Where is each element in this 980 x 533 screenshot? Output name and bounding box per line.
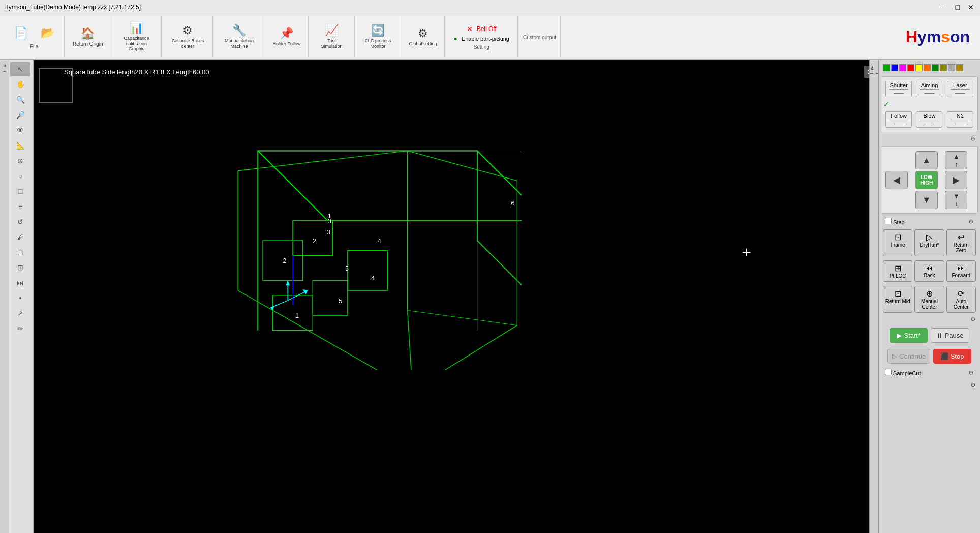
palette-color-magenta[interactable] — [899, 64, 906, 71]
back-button[interactable]: ⏮ Back — [914, 260, 944, 282]
window-title: Hymson_Tube(Demo Mode) temp.zzx [7.21.17… — [4, 4, 141, 11]
palette-color-green[interactable] — [883, 64, 890, 71]
palette-color-red[interactable] — [907, 64, 914, 71]
layer-panel: Layer — [869, 60, 878, 533]
move-down-right-button[interactable]: ▼↕ — [945, 191, 967, 209]
shutter-label: Shutter — [890, 82, 907, 88]
laser-button[interactable]: Laser —— — [947, 81, 973, 97]
manual-debug-button[interactable]: 🔧 Manual debug Machine — [218, 22, 260, 51]
sample-cut-checkbox[interactable] — [885, 369, 892, 375]
forward-button[interactable]: ⏭ Forward — [946, 260, 976, 282]
pt-loc-button[interactable]: ⊞ Pt LOC — [883, 260, 912, 282]
return-mid-button[interactable]: ⊡ Return Mid — [883, 286, 912, 313]
layers-button[interactable]: ≡ — [10, 199, 30, 214]
palette-color-orange[interactable] — [924, 64, 931, 71]
laser-gear-icon[interactable]: ⚙ — [970, 135, 976, 142]
select2-button[interactable]: ◻ — [10, 245, 30, 259]
crosshair-indicator: + — [742, 243, 751, 262]
plc-process-button[interactable]: 🔄 PLC process Monitor — [360, 22, 396, 51]
close-button[interactable]: ✕ — [966, 3, 976, 11]
n2-label: N2 — [957, 113, 964, 119]
calibrate-b-button[interactable]: ⚙ Calibrate B-axis center — [167, 22, 208, 51]
step-gear-icon[interactable]: ⚙ — [968, 218, 974, 225]
select-tool-button[interactable]: ↖ — [10, 62, 30, 76]
move-tool-button[interactable]: ✋ — [10, 77, 30, 92]
fill-button[interactable]: 🖌 — [10, 230, 30, 244]
palette-color-yellow[interactable] — [915, 64, 923, 71]
continue-button[interactable]: ▷ Continue — [887, 349, 930, 364]
tool-simulation-group: 📈 Tool Simulation — [310, 16, 355, 57]
layer-label: Layer — [869, 60, 879, 78]
start-icon: ▶ — [897, 332, 902, 339]
canvas-area[interactable]: Square tube Side length20 X R1.8 X Lengt… — [34, 60, 878, 533]
step-btn[interactable]: ⊞ — [10, 260, 30, 275]
return-zero-button[interactable]: ↩ Return Zero — [946, 229, 976, 256]
palette-color-darkgreen[interactable] — [932, 64, 939, 71]
sample-cut-row: SampleCut ⚙ — [881, 368, 978, 377]
low-high-toggle[interactable]: LOWHIGH — [915, 171, 938, 189]
circle-tool-button[interactable]: ○ — [10, 169, 30, 183]
move-right-button[interactable]: ▶ — [945, 171, 967, 189]
aiming-button[interactable]: Aiming —— — [916, 81, 942, 97]
manual-center-button[interactable]: ⊕ Manual Center — [914, 286, 944, 313]
zoom-tool-button[interactable]: 🔍 — [10, 93, 30, 107]
eye-tool-button[interactable]: 👁 — [10, 123, 30, 137]
move-up-right-button[interactable]: ▲↕ — [945, 151, 967, 169]
svg-marker-30 — [286, 280, 290, 285]
setting-group: ✕ Bell Off ● Enable part-picking Setting — [446, 16, 518, 57]
step-row: Step ⚙ — [881, 217, 978, 226]
auto-center-button[interactable]: ⟳ Auto Center — [946, 286, 976, 313]
sample-gear-icon[interactable]: ⚙ — [968, 369, 974, 376]
zoom-in-button[interactable]: ⊕ — [10, 154, 30, 168]
dry-run-button[interactable]: ▷ DryRun* — [914, 229, 944, 256]
global-setting-button[interactable]: ⚙ Global setting — [406, 25, 440, 49]
palette-color-brown[interactable] — [956, 64, 963, 71]
tool-simulation-button[interactable]: 📈 Tool Simulation — [314, 22, 350, 51]
plc-process-icon: 🔄 — [371, 24, 385, 37]
capacitance-button[interactable]: 📊 Capacitance calibration Graphic — [115, 19, 157, 54]
start-button[interactable]: ▶ Start* — [890, 328, 928, 343]
center-gear-icon[interactable]: ⚙ — [970, 316, 976, 323]
dot-btn[interactable]: • — [10, 291, 30, 305]
return-zero-icon: ↩ — [958, 232, 964, 242]
undo-tool-button[interactable]: ↺ — [10, 215, 30, 229]
pause-button[interactable]: ⏸ Pause — [931, 328, 969, 343]
canvas-label: Square tube Side length20 X R1.8 X Lengt… — [64, 68, 209, 76]
maximize-button[interactable]: □ — [954, 3, 962, 11]
cursor-tool[interactable]: ↗ — [10, 306, 30, 320]
step-checkbox[interactable] — [885, 218, 892, 224]
move-up-button[interactable]: ▲ — [915, 151, 938, 169]
return-origin-group: 🏠 Return Origin — [66, 16, 110, 57]
shutter-status: —— — [894, 90, 904, 96]
rp-bottom-gear-icon[interactable]: ⚙ — [970, 381, 976, 389]
stop-button[interactable]: ⬛ Stop — [933, 349, 971, 364]
open-file-button[interactable]: 📂 — [35, 24, 60, 43]
n2-button[interactable]: N2 —— — [947, 111, 973, 128]
palette-color-blue[interactable] — [891, 64, 898, 71]
move-down-button[interactable]: ▼ — [915, 191, 938, 209]
move-left-button[interactable]: ◀ — [885, 171, 908, 189]
titlebar-controls[interactable]: — □ ✕ — [938, 3, 976, 11]
rect-tool-button[interactable]: □ — [10, 184, 30, 198]
shutter-button[interactable]: Shutter —— — [885, 81, 912, 97]
new-file-button[interactable]: 📄 — [8, 24, 34, 43]
continue-label: Continue — [899, 352, 926, 360]
minimize-button[interactable]: — — [938, 3, 950, 11]
palette-color-gray[interactable] — [948, 64, 955, 71]
ruler-tool-button[interactable]: 📐 — [10, 138, 30, 153]
blow-button[interactable]: Blow —— — [916, 111, 942, 128]
frame-button[interactable]: ⊡ Frame — [883, 229, 912, 256]
forward-label: Forward — [952, 273, 970, 278]
eyedropper-button[interactable]: 🔎 — [10, 108, 30, 122]
pencil-tool[interactable]: ✏ — [10, 321, 30, 336]
holder-follow-button[interactable]: 📌 Holder Follow — [269, 25, 303, 49]
vtab-item[interactable]: ≡ — [1, 62, 8, 69]
palette-color-olive[interactable] — [940, 64, 947, 71]
step-label: Step — [885, 218, 905, 225]
follow-button[interactable]: Follow —— — [885, 111, 912, 128]
bell-off-x-icon: ✕ — [467, 25, 473, 33]
skip-btn[interactable]: ⏭ — [10, 276, 30, 290]
return-origin-button[interactable]: 🏠 Return Origin — [70, 25, 106, 49]
vtab-item-2[interactable]: ⟨ — [1, 69, 8, 75]
direction-pad-section: ▲ ▲↕ ◀ LOWHIGH ▶ ▼ ▼↕ — [881, 146, 978, 214]
